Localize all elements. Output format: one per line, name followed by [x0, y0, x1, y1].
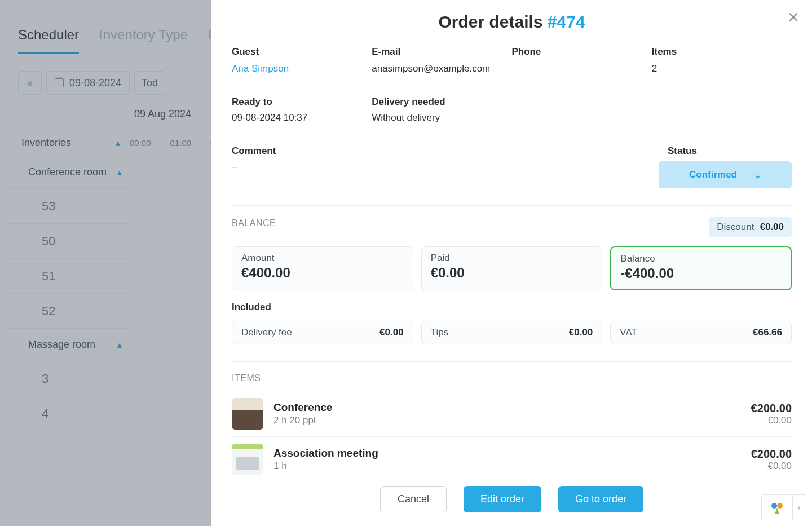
section-items: ITEMS — [232, 373, 792, 383]
label-ready: Ready to — [232, 96, 372, 112]
order-item[interactable]: Association meeting 1 h €200.00 €0.00 — [232, 437, 792, 475]
balance-card-paid: Paid €0.00 — [421, 246, 603, 290]
section-balance: BALANCE — [232, 218, 276, 228]
order-number: #474 — [548, 12, 585, 31]
widget-collapse-handle[interactable]: ‹ — [792, 495, 806, 520]
chevron-down-icon: ⌄ — [754, 170, 761, 180]
edit-order-button[interactable]: Edit order — [464, 486, 541, 512]
item-sub: 2 h 20 ppl — [273, 415, 333, 426]
discount-pill[interactable]: Discount €0.00 — [709, 217, 792, 237]
paid-value: €0.00 — [431, 265, 593, 281]
included-tips: Tips €0.00 — [421, 321, 603, 344]
cancel-button[interactable]: Cancel — [380, 486, 447, 512]
guest-name-link[interactable]: Ana Simpson — [232, 63, 372, 82]
label-items: Items — [652, 46, 792, 62]
label-guest: Guest — [232, 46, 372, 62]
item-extra: €0.00 — [751, 461, 792, 472]
guest-phone — [512, 63, 652, 82]
comment-value: – — [232, 161, 656, 180]
item-thumbnail — [232, 398, 263, 430]
items-count: 2 — [652, 63, 792, 82]
status-dropdown[interactable]: Confirmed ⌄ — [659, 161, 792, 188]
widget-logo-icon — [762, 495, 792, 520]
item-thumbnail — [232, 444, 263, 475]
ready-to-value: 09-08-2024 10:37 — [232, 112, 372, 131]
label-delivery: Delivery needed — [372, 96, 511, 112]
delivery-value: Without delivery — [372, 112, 511, 131]
item-sub: 1 h — [273, 461, 378, 472]
label-included: Included — [232, 302, 792, 313]
modal-title: Order details #474 — [232, 12, 792, 32]
item-extra: €0.00 — [751, 415, 792, 426]
go-to-order-button[interactable]: Go to order — [558, 486, 643, 512]
balance-card-amount: Amount €400.00 — [232, 246, 413, 290]
item-name: Association meeting — [273, 447, 378, 459]
svg-point-0 — [771, 503, 777, 509]
close-icon[interactable]: ✕ — [787, 9, 800, 26]
label-comment: Comment — [232, 145, 656, 161]
item-price: €200.00 — [751, 448, 792, 461]
order-item[interactable]: Conference 2 h 20 ppl €200.00 €0.00 — [232, 391, 792, 437]
discount-amount: €0.00 — [760, 222, 784, 233]
balance-value: -€400.00 — [620, 266, 782, 281]
included-vat: VAT €66.66 — [610, 321, 792, 344]
item-name: Conference — [273, 401, 333, 414]
label-phone: Phone — [512, 46, 652, 62]
item-price: €200.00 — [751, 402, 792, 415]
svg-point-1 — [777, 503, 783, 509]
label-email: E-mail — [372, 46, 511, 62]
status-text: Confirmed — [689, 169, 737, 180]
guest-email: anasimpson@example.com — [372, 63, 511, 82]
included-delivery-fee: Delivery fee €0.00 — [232, 321, 413, 344]
label-status: Status — [668, 145, 792, 161]
amount-value: €400.00 — [241, 265, 404, 281]
modal-footer: Cancel Edit order Go to order — [211, 475, 812, 526]
help-widget[interactable]: ‹ — [761, 494, 806, 520]
order-details-modal: ✕ Order details #474 Guest E-mail Phone … — [211, 0, 812, 526]
balance-card-balance: Balance -€400.00 — [610, 246, 792, 290]
